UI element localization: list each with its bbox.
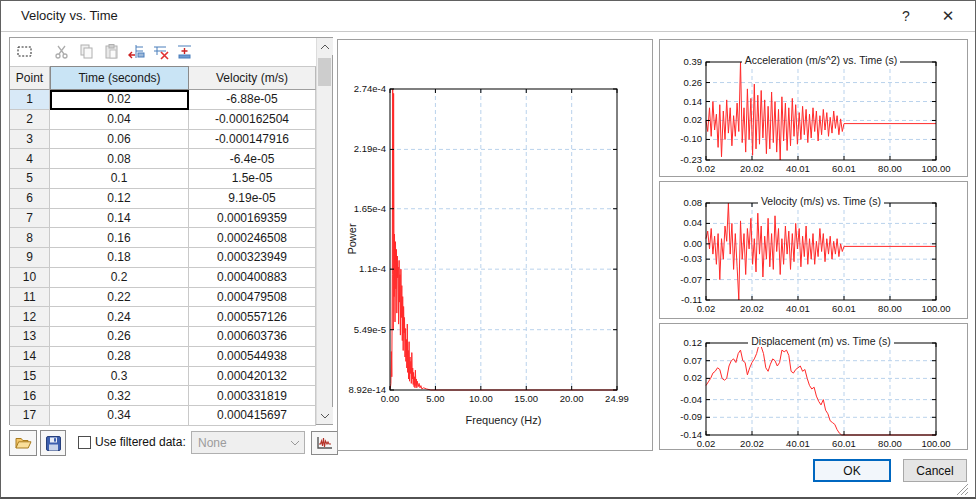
cell-point[interactable]: 2 [10, 110, 50, 130]
cell-velocity[interactable]: 0.000420132 [189, 367, 316, 387]
cell-point[interactable]: 5 [10, 169, 50, 189]
cell-velocity[interactable]: 0.000331819 [189, 386, 316, 406]
cut-button[interactable] [50, 41, 72, 63]
cell-point[interactable]: 10 [10, 268, 50, 288]
cell-velocity[interactable]: 0.000415697 [189, 406, 316, 426]
svg-text:8.92e-14: 8.92e-14 [348, 384, 386, 395]
svg-text:20.02: 20.02 [740, 303, 764, 314]
table-row: 100.20.000400883 [10, 268, 316, 288]
svg-text:1.1e-4: 1.1e-4 [359, 263, 386, 274]
cell-velocity[interactable]: -6.88e-05 [189, 90, 316, 110]
cell-time[interactable]: 0.08 [50, 149, 189, 169]
select-range-button[interactable] [14, 41, 36, 63]
cell-time[interactable]: 0.26 [50, 327, 189, 347]
scroll-down-button[interactable] [317, 407, 333, 424]
cell-point[interactable]: 13 [10, 327, 50, 347]
ok-button[interactable]: OK [813, 459, 891, 482]
cell-velocity[interactable]: 0.000479508 [189, 288, 316, 308]
cell-velocity[interactable]: 0.000603736 [189, 327, 316, 347]
cell-velocity[interactable]: 0.000400883 [189, 268, 316, 288]
table-vertical-scrollbar[interactable] [316, 38, 332, 424]
svg-text:-0.07: -0.07 [680, 274, 702, 285]
cell-velocity[interactable]: 0.000169359 [189, 209, 316, 229]
cell-time[interactable]: 0.32 [50, 386, 189, 406]
cell-time[interactable]: 0.04 [50, 110, 189, 130]
cell-point[interactable]: 4 [10, 149, 50, 169]
cell-point[interactable]: 7 [10, 209, 50, 229]
cell-point[interactable]: 11 [10, 288, 50, 308]
append-row-button[interactable] [174, 41, 196, 63]
svg-text:0.00: 0.00 [684, 238, 703, 249]
column-header-time[interactable]: Time (seconds) [50, 66, 189, 90]
cell-time[interactable]: 0.16 [50, 228, 189, 248]
paste-button[interactable] [100, 41, 122, 63]
cell-velocity[interactable]: -6.4e-05 [189, 149, 316, 169]
cell-time[interactable]: 0.1 [50, 169, 189, 189]
cell-time[interactable]: 0.12 [50, 189, 189, 209]
velocity-vs-time-dialog: Velocity vs. Time ? ✕ [0, 0, 976, 499]
table-row: 70.140.000169359 [10, 209, 316, 229]
cell-velocity[interactable]: 0.000246508 [189, 228, 316, 248]
acceleration-title: Acceleration (m/s^2) vs. Time (s) [706, 54, 936, 66]
cell-point[interactable]: 9 [10, 248, 50, 268]
table-row: 160.320.000331819 [10, 386, 316, 406]
checkbox-box [78, 436, 91, 449]
cell-point[interactable]: 16 [10, 386, 50, 406]
cell-time[interactable]: 0.2 [50, 268, 189, 288]
svg-text:0.39: 0.39 [684, 56, 703, 67]
scrollbar-thumb[interactable] [318, 58, 331, 86]
resize-grip[interactable] [956, 483, 969, 496]
svg-text:0.14: 0.14 [684, 96, 703, 107]
cell-time[interactable]: 0.18 [50, 248, 189, 268]
cell-point[interactable]: 15 [10, 367, 50, 387]
svg-text:-0.14: -0.14 [680, 429, 702, 440]
cell-time[interactable]: 0.3 [50, 367, 189, 387]
paste-icon [103, 43, 120, 60]
filter-plot-button[interactable] [311, 431, 338, 455]
cell-velocity[interactable]: 1.5e-05 [189, 169, 316, 189]
cell-point[interactable]: 17 [10, 406, 50, 426]
filter-select[interactable]: None [191, 431, 305, 454]
delete-row-button[interactable] [150, 41, 172, 63]
column-header-velocity[interactable]: Velocity (m/s) [189, 66, 316, 90]
cell-point[interactable]: 14 [10, 347, 50, 367]
svg-text:0.26: 0.26 [684, 77, 703, 88]
insert-row-button[interactable] [126, 41, 148, 63]
cell-point[interactable]: 1 [10, 90, 50, 110]
cell-time[interactable]: 0.14 [50, 209, 189, 229]
cell-point[interactable]: 12 [10, 307, 50, 327]
column-header-point[interactable]: Point [10, 66, 50, 90]
save-button[interactable] [40, 430, 66, 456]
cell-time[interactable]: 0.34 [50, 406, 189, 426]
save-floppy-icon [45, 435, 62, 452]
cell-time[interactable]: 0.28 [50, 347, 189, 367]
copy-button[interactable] [75, 41, 97, 63]
cell-point[interactable]: 8 [10, 228, 50, 248]
cell-time[interactable]: 0.02 [50, 90, 189, 110]
svg-text:5.00: 5.00 [426, 393, 445, 404]
cell-point[interactable]: 6 [10, 189, 50, 209]
cell-velocity[interactable]: -0.000147916 [189, 130, 316, 150]
cell-velocity[interactable]: 0.000544938 [189, 347, 316, 367]
use-filtered-data-checkbox[interactable]: Use filtered data: [78, 431, 186, 453]
cancel-button[interactable]: Cancel [903, 459, 967, 482]
svg-text:40.01: 40.01 [786, 163, 810, 174]
svg-text:0.08: 0.08 [684, 197, 703, 208]
cell-velocity[interactable]: 0.000323949 [189, 248, 316, 268]
tick-labels: 0.005.0010.0015.0020.0024.998.92e-145.49… [348, 83, 628, 404]
cell-velocity[interactable]: 9.19e-05 [189, 189, 316, 209]
help-button[interactable]: ? [891, 1, 921, 31]
close-button[interactable]: ✕ [929, 1, 967, 31]
cell-point[interactable]: 3 [10, 130, 50, 150]
cell-time[interactable]: 0.22 [50, 288, 189, 308]
svg-text:10.00: 10.00 [469, 393, 493, 404]
cell-time[interactable]: 0.06 [50, 130, 189, 150]
svg-text:-0.11: -0.11 [681, 294, 702, 305]
svg-text:40.01: 40.01 [786, 438, 810, 449]
cell-velocity[interactable]: -0.000162504 [189, 110, 316, 130]
cell-time[interactable]: 0.24 [50, 307, 189, 327]
scroll-up-button[interactable] [317, 38, 333, 55]
svg-text:5.49e-5: 5.49e-5 [354, 324, 386, 335]
open-file-button[interactable] [9, 430, 37, 456]
cell-velocity[interactable]: 0.000557126 [189, 307, 316, 327]
